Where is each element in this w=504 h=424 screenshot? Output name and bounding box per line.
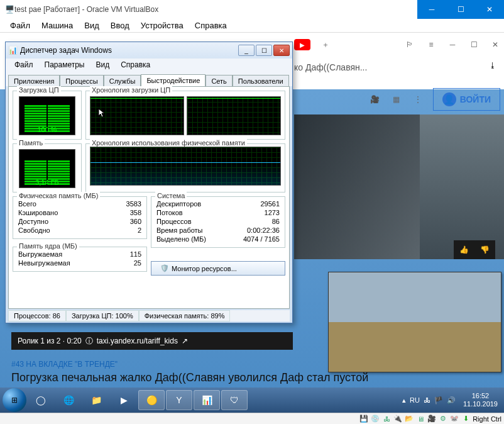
kernel-nonpaged-label: Невыгружаемая — [18, 259, 70, 267]
tray-time: 16:52 — [463, 392, 498, 400]
ad-info-icon[interactable]: ⓘ — [85, 336, 93, 347]
menu-devices[interactable]: Устройства — [136, 20, 189, 31]
tm-close-button[interactable]: ✕ — [273, 45, 290, 56]
st-net-icon[interactable]: 🖧 — [382, 415, 391, 423]
tm-menu-help[interactable]: Справка — [116, 59, 155, 70]
browser-maximize-button[interactable]: ☐ — [468, 38, 480, 51]
tray-volume-icon[interactable]: 🔊 — [447, 396, 456, 404]
login-label: ВОЙТИ — [460, 94, 491, 104]
new-tab-button[interactable]: ＋ — [319, 38, 332, 51]
tm-titlebar[interactable]: 📊 Диспетчер задач Windows _ ☐ ✕ — [6, 42, 292, 59]
vm-client-area: ▶ ＋ 🏳 ≡ ─ ☐ ✕ ко Даф((Славян... ⭳ 🎥 ▦ ⋮ … — [0, 33, 504, 413]
browser-address-text[interactable]: ко Даф((Славян... — [294, 58, 480, 77]
more-icon[interactable]: ⋮ — [412, 93, 424, 106]
tm-maximize-button[interactable]: ☐ — [256, 45, 272, 56]
like-icon[interactable]: 👍 — [459, 245, 469, 254]
dislike-icon[interactable]: 👎 — [480, 245, 490, 254]
maximize-button[interactable]: ☐ — [446, 0, 475, 19]
task-manager-window: 📊 Диспетчер задач Windows _ ☐ ✕ Файл Пар… — [5, 42, 293, 323]
cpu-usage-group: Загрузка ЦП 100 % — [13, 91, 82, 140]
tb-ie[interactable]: 🌐 — [55, 390, 82, 410]
menu-machine[interactable]: Машина — [36, 20, 78, 31]
tb-chrome[interactable]: 🟡 — [138, 390, 165, 410]
pip-thumbnail[interactable] — [328, 272, 501, 372]
sys-procs-value: 86 — [272, 218, 280, 225]
menu-input[interactable]: Ввод — [106, 20, 134, 31]
trend-tag[interactable]: #43 НА ВКЛАДКЕ "В ТРЕНДЕ" — [11, 360, 118, 369]
tray-chevron-up-icon[interactable]: ▴ — [402, 396, 406, 404]
tm-minimize-button[interactable]: _ — [238, 45, 255, 56]
st-share-icon[interactable]: 📂 — [405, 415, 414, 423]
tm-tabs: Приложения Процессы Службы Быстродействи… — [6, 71, 292, 86]
tm-menu-file[interactable]: Файл — [9, 59, 38, 70]
video-player[interactable] — [294, 114, 504, 259]
external-link-icon[interactable]: ↗ — [182, 337, 188, 345]
kernel-paged-value: 115 — [130, 250, 141, 258]
browser-close-button[interactable]: ✕ — [489, 38, 501, 51]
video-icon[interactable]: 🎥 — [369, 93, 381, 106]
tab-users[interactable]: Пользователи — [233, 75, 289, 87]
tb-explorer[interactable]: 📁 — [83, 390, 109, 410]
st-cpu-icon[interactable]: ⚙ — [439, 415, 447, 423]
tb-yandex[interactable]: Y — [166, 390, 192, 410]
kernel-title: Память ядра (МБ) — [17, 242, 79, 250]
memory-group: Память 3,14 ГБ — [13, 143, 82, 192]
menu-icon[interactable]: ≡ — [425, 38, 437, 51]
mem-val-label: 3,14 ГБ — [19, 179, 75, 186]
tm-menu-view[interactable]: Вид — [90, 59, 114, 70]
close-button[interactable]: ✕ — [475, 0, 504, 19]
st-mouse-icon[interactable]: 🐭 — [450, 415, 459, 423]
tb-taskmgr[interactable]: 📊 — [194, 390, 220, 410]
phys-avail-value: 360 — [130, 218, 141, 225]
sys-handles-value: 29561 — [260, 200, 280, 208]
tab-network[interactable]: Сеть — [205, 75, 232, 87]
tm-menu: Файл Параметры Вид Справка — [6, 59, 292, 71]
cpu-hist-title: Хронология загрузки ЦП — [90, 86, 172, 94]
st-record-icon[interactable]: 🎥 — [427, 415, 436, 423]
video-title: Погрузка печальная жалко Даф((Славян уво… — [11, 371, 368, 384]
menu-view[interactable]: Вид — [79, 20, 104, 31]
sys-commit-value: 4074 / 7165 — [243, 235, 280, 243]
resmon-icon: 🛡️ — [160, 264, 169, 272]
tab-apps[interactable]: Приложения — [8, 75, 60, 87]
menu-file[interactable]: Файл — [5, 20, 35, 31]
browser-minimize-button[interactable]: ─ — [446, 38, 459, 51]
tb-yandex-orb[interactable]: ◯ — [28, 390, 54, 410]
tm-title-text: Диспетчер задач Windows — [20, 46, 112, 55]
ad-bar: Ролик 1 из 2 · 0:20 ⓘ taxi.yandex.ru/tar… — [11, 332, 293, 350]
mem-hist-title: Хронология использования физической памя… — [90, 139, 247, 147]
st-disk-icon[interactable]: 💾 — [359, 415, 368, 423]
st-cd-icon[interactable]: 💿 — [371, 415, 380, 423]
download-icon[interactable]: ⭳ — [485, 58, 500, 73]
sys-procs-label: Процессов — [156, 218, 192, 225]
st-keycap-icon[interactable]: ⬇ — [461, 415, 470, 423]
tb-app[interactable]: 🛡 — [221, 390, 248, 410]
tray-flag-icon[interactable]: 🏴 — [434, 396, 443, 404]
login-button[interactable]: 👤 ВОЙТИ — [433, 88, 500, 111]
tab-processes[interactable]: Процессы — [60, 75, 103, 87]
sys-title: Система — [155, 192, 187, 199]
vbox-menu: Файл Машина Вид Ввод Устройства Справка — [0, 19, 504, 33]
st-display-icon[interactable]: 🖥 — [416, 415, 425, 423]
tm-menu-options[interactable]: Параметры — [40, 59, 90, 70]
tab-performance[interactable]: Быстродействие — [141, 74, 205, 87]
vbox-statusbar: 💾 💿 🖧 🔌 📂 🖥 🎥 ⚙ 🐭 ⬇ Right Ctrl — [0, 413, 504, 424]
tm-body: Загрузка ЦП 100 % Хронология загрузки ЦП — [8, 86, 290, 309]
tray-lang[interactable]: RU — [410, 396, 420, 404]
youtube-icon[interactable]: ▶ — [294, 39, 310, 50]
like-dislike-box: 👍 👎 — [454, 240, 495, 259]
minimize-button[interactable]: ─ — [417, 0, 446, 19]
resource-monitor-button[interactable]: 🛡️ Монитор ресурсов... — [151, 261, 285, 276]
taskbar: ⊞ ◯ 🌐 📁 ▶ 🟡 Y 📊 🛡 ▴ RU 🖧 🏴 🔊 16:52 11.10… — [0, 388, 504, 413]
tray-clock[interactable]: 16:52 11.10.2019 — [459, 392, 501, 408]
tab-services[interactable]: Службы — [104, 75, 141, 87]
tray-network-icon[interactable]: 🖧 — [424, 396, 430, 404]
status-cpu: Загрузка ЦП: 100% — [66, 310, 139, 321]
start-button[interactable]: ⊞ — [3, 388, 26, 412]
ad-link[interactable]: taxi.yandex.ru/tariff_kids — [97, 337, 178, 345]
menu-help[interactable]: Справка — [190, 20, 232, 31]
bookmark-icon[interactable]: 🏳 — [403, 38, 416, 51]
st-usb-icon[interactable]: 🔌 — [393, 415, 402, 423]
tb-media[interactable]: ▶ — [111, 390, 137, 410]
apps-icon[interactable]: ▦ — [390, 93, 403, 106]
